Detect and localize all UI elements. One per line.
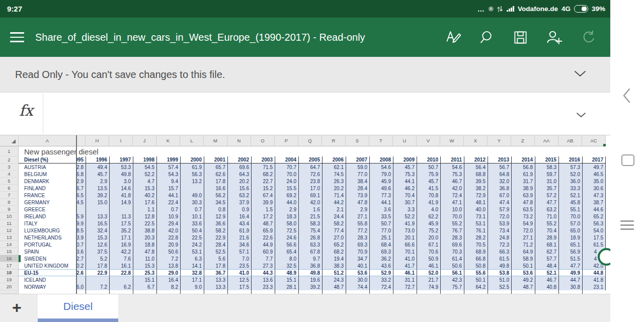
cell-value[interactable]: 15.3 [133, 185, 156, 192]
cell-value[interactable]: 48.1 [464, 199, 488, 206]
cell-value[interactable]: 13.8 [156, 262, 180, 269]
cell-country-name[interactable]: FRANCE [19, 192, 76, 199]
cell-value[interactable]: 58.9 [511, 255, 535, 262]
cell-value[interactable]: 21.7 [417, 276, 440, 283]
cell-value[interactable]: 46.7 [440, 178, 464, 185]
cell-value[interactable]: 13.3 [204, 283, 227, 290]
cell-empty[interactable] [393, 290, 417, 294]
cell-value[interactable]: 27.3 [251, 262, 275, 269]
sheet-tab-diesel[interactable]: Diesel [38, 294, 118, 322]
cell-value[interactable]: 65.1 [558, 241, 582, 248]
cell-year-2004[interactable]: 2004 [275, 156, 298, 164]
cell-year-2010[interactable]: 2010 [417, 156, 440, 164]
cell-value[interactable]: 77.0 [346, 171, 369, 178]
cell-value[interactable]: 49.4 [86, 164, 109, 171]
cell-value[interactable]: 57.2 [535, 192, 558, 199]
cell-value[interactable]: 51.0 [488, 276, 511, 283]
cell-value[interactable]: 44.1 [369, 199, 393, 206]
row-header-13[interactable]: 13 [0, 234, 19, 241]
cell-value[interactable]: 46.1 [393, 269, 417, 276]
banner-chevron-down-icon[interactable] [574, 70, 586, 79]
cell-value[interactable]: 53.8 [488, 269, 511, 276]
cell-value[interactable]: 37.9 [227, 199, 251, 206]
cell-empty[interactable] [76, 290, 86, 294]
cell-value[interactable]: 48.7 [511, 283, 535, 290]
cell-value[interactable]: 64.3 [227, 171, 251, 178]
cell-empty[interactable] [369, 290, 393, 294]
cell-year-1996[interactable]: 1996 [86, 156, 109, 164]
cell-value[interactable]: 13.3 [204, 276, 227, 283]
column-header-J[interactable]: J [133, 135, 156, 146]
cell-value[interactable]: 20.0 [417, 234, 440, 241]
cell-value[interactable]: 72.3 [488, 241, 511, 248]
cell-value[interactable]: 65.0 [558, 227, 582, 234]
cell-value[interactable]: 44.1 [156, 192, 180, 199]
cell-empty[interactable] [488, 290, 511, 294]
cell-value[interactable]: 67.0 [488, 192, 511, 199]
cell-value[interactable]: 14.6 [109, 185, 133, 192]
cell-value[interactable]: 17.0 [298, 185, 322, 192]
cell-empty[interactable] [440, 290, 464, 294]
cell-value[interactable]: 22.7 [251, 178, 275, 185]
cell-value[interactable]: 12.8 [133, 213, 156, 220]
row-header-9[interactable]: 9 [0, 206, 19, 213]
column-header-AA[interactable]: AA [535, 135, 558, 146]
cell-year-2011[interactable]: 2011 [440, 156, 464, 164]
column-header-clipped[interactable] [76, 135, 86, 146]
cell-value[interactable]: 32.0 [488, 178, 511, 185]
cell-value[interactable]: 39.9 [251, 199, 275, 206]
cell-value[interactable]: 8.0 [275, 255, 298, 262]
cell-value[interactable]: 68.9 [464, 248, 488, 255]
cell-value[interactable]: 56.8 [511, 164, 535, 171]
cell-value[interactable]: 5.6 [204, 255, 227, 262]
cell-value[interactable]: 10.0 [440, 206, 464, 213]
cell-value[interactable]: 12.6 [86, 241, 109, 248]
cell-value[interactable]: 65.9 [251, 227, 275, 234]
cell-value[interactable]: 41.9 [417, 199, 440, 206]
cell-value[interactable]: 69.3 [346, 241, 369, 248]
cell-country-name[interactable]: GERMANY [19, 199, 76, 206]
cell-value[interactable]: 50.8 [464, 262, 488, 269]
cell-value[interactable]: 34.7 [346, 255, 369, 262]
cell-year-2001[interactable]: 2001 [204, 156, 227, 164]
cell-value[interactable]: 38.9 [511, 185, 535, 192]
cell-value[interactable]: 19.6 [298, 276, 322, 283]
edit-pen-icon[interactable] [445, 29, 462, 46]
cell-value[interactable]: 52.0 [558, 171, 582, 178]
cell-value[interactable]: 73.2 [511, 213, 535, 220]
cell-value[interactable]: 28.3 [440, 234, 464, 241]
cell-value[interactable]: 2.1 [322, 206, 346, 213]
cell-value[interactable] [109, 276, 133, 283]
save-icon[interactable] [513, 30, 528, 45]
cell-value[interactable]: 74.5 [322, 171, 346, 178]
cell-value[interactable]: 32.8 [180, 269, 204, 276]
cell-value[interactable]: 27.1 [346, 213, 369, 220]
column-header-K[interactable]: K [156, 135, 180, 146]
cell-year-2008[interactable]: 2008 [369, 156, 393, 164]
cell-value[interactable]: 19.4 [322, 255, 346, 262]
cell-value[interactable]: 61.5 [488, 255, 511, 262]
cell-value[interactable]: 41.8 [109, 192, 133, 199]
cell-value[interactable]: 13.2 [180, 178, 204, 185]
column-header-T[interactable]: T [369, 135, 393, 146]
cell-value[interactable]: 72.7 [393, 283, 417, 290]
cell-value[interactable]: 72.5 [275, 227, 298, 234]
cell-value[interactable]: 6.0 [76, 283, 86, 290]
cell-value[interactable]: 35.0 [582, 178, 606, 185]
cell-value[interactable]: 23.3 [251, 283, 275, 290]
cell-value[interactable]: 26.3 [322, 178, 346, 185]
cell-value[interactable]: 2.6 [76, 269, 86, 276]
column-header-S[interactable]: S [346, 135, 369, 146]
cell-value[interactable]: 57.4 [156, 164, 180, 171]
cell-value[interactable]: 58.0 [275, 220, 298, 227]
cell-value[interactable]: 45.7 [86, 171, 109, 178]
cell-value[interactable]: 49.8 [488, 262, 511, 269]
row-header-2[interactable]: 2 [0, 156, 19, 164]
cell-value[interactable]: 61.5 [582, 241, 606, 248]
cell-value[interactable]: 31.0 [535, 178, 558, 185]
cell-value[interactable]: 50.1 [511, 262, 535, 269]
cell-year-2003[interactable]: 2003 [251, 156, 275, 164]
square-icon[interactable] [621, 154, 634, 166]
cell-value[interactable]: 71.2 [511, 241, 535, 248]
add-people-icon[interactable] [546, 29, 562, 46]
